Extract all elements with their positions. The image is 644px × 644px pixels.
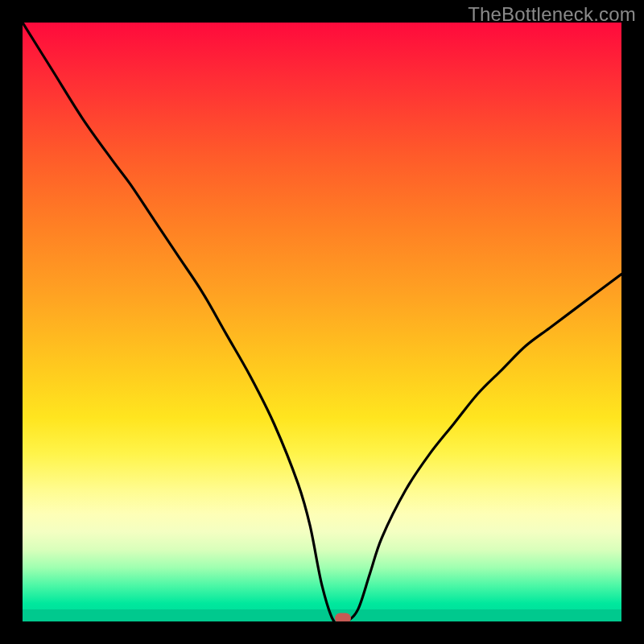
watermark-text: TheBottleneck.com — [468, 3, 636, 26]
plot-area — [23, 23, 621, 621]
bottleneck-curve — [23, 23, 621, 621]
bottleneck-marker — [335, 613, 351, 622]
chart-frame: TheBottleneck.com — [0, 0, 644, 644]
